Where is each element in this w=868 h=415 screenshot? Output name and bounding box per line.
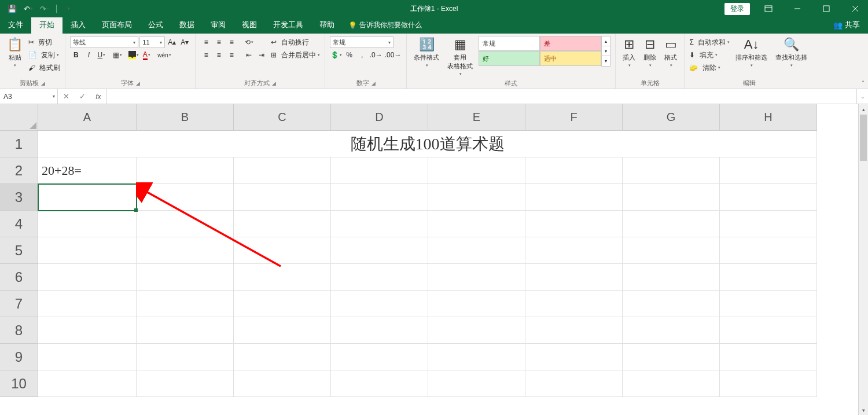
format-table-button[interactable]: ▦套用 表格格式▾ <box>445 36 475 78</box>
cell-H10[interactable] <box>720 370 817 397</box>
style-neutral[interactable]: 适中 <box>540 51 601 66</box>
cell-C6[interactable] <box>234 264 331 291</box>
orientation-icon[interactable]: ⟲▾ <box>243 36 255 48</box>
format-cells-button[interactable]: ▭格式▾ <box>662 36 679 69</box>
dialog-launcher-icon[interactable]: ◢ <box>372 80 376 86</box>
col-header-F[interactable]: F <box>525 104 623 131</box>
italic-button[interactable]: I <box>83 49 94 61</box>
cell-B8[interactable] <box>137 317 234 344</box>
scroll-down-icon[interactable]: ▾ <box>859 405 868 415</box>
tab-file[interactable]: 文件 <box>0 16 31 34</box>
cell-C4[interactable] <box>234 211 331 237</box>
cell-C8[interactable] <box>234 317 331 344</box>
gallery-scroll[interactable]: ▴▾▾ <box>601 36 610 67</box>
expand-formula-bar-icon[interactable]: ⌄ <box>856 89 868 104</box>
row-header-5[interactable]: 5 <box>0 237 38 264</box>
cell-G9[interactable] <box>623 344 720 370</box>
cell-styles-gallery[interactable]: 常规 差 好 适中 <box>479 36 601 67</box>
cell-D3[interactable] <box>331 184 428 211</box>
col-header-H[interactable]: H <box>720 104 817 131</box>
col-header-E[interactable]: E <box>428 104 525 131</box>
decrease-decimal-icon[interactable]: .00→ <box>384 49 402 61</box>
wrap-text-button[interactable]: ↩ 自动换行 <box>271 36 319 49</box>
merge-center-button[interactable]: ⊞ 合并后居中▾ <box>271 49 319 61</box>
col-header-D[interactable]: D <box>331 104 428 131</box>
cell-E2[interactable] <box>428 157 525 184</box>
cell-F3[interactable] <box>525 184 623 211</box>
cell-E8[interactable] <box>428 317 525 344</box>
comma-icon[interactable]: , <box>356 49 368 61</box>
chevron-up-icon[interactable]: ▴ <box>602 36 610 46</box>
cell-C3[interactable] <box>234 184 331 211</box>
cell-E4[interactable] <box>428 211 525 237</box>
cell-H7[interactable] <box>720 291 817 317</box>
cell-G7[interactable] <box>623 291 720 317</box>
tell-me-search[interactable]: 💡 告诉我你想要做什么 <box>343 17 428 34</box>
minimize-icon[interactable] <box>785 0 810 17</box>
border-button[interactable]: ▦▾ <box>112 49 123 61</box>
scroll-up-icon[interactable]: ▴ <box>859 104 868 114</box>
save-icon[interactable]: 💾 <box>5 1 20 16</box>
find-select-button[interactable]: 🔍查找和选择▾ <box>773 36 810 69</box>
cell-H3[interactable] <box>720 184 817 211</box>
decrease-font-icon[interactable]: A▾ <box>179 36 190 48</box>
tab-help[interactable]: 帮助 <box>311 16 343 34</box>
row-header-6[interactable]: 6 <box>0 264 38 291</box>
cell-B3[interactable] <box>137 184 234 211</box>
more-icon[interactable]: ▾ <box>602 56 610 66</box>
cell-G8[interactable] <box>623 317 720 344</box>
number-format-combo[interactable]: 常规▾ <box>330 36 393 48</box>
bold-button[interactable]: B <box>70 49 82 61</box>
cell-H5[interactable] <box>720 237 817 264</box>
row-header-4[interactable]: 4 <box>0 211 38 237</box>
col-header-B[interactable]: B <box>137 104 234 131</box>
cell-G2[interactable] <box>623 157 720 184</box>
phonetic-button[interactable]: wén▾ <box>157 49 171 61</box>
cell-A6[interactable] <box>38 264 137 291</box>
chevron-down-icon[interactable]: ▾ <box>53 94 55 99</box>
cell-H4[interactable] <box>720 211 817 237</box>
sort-filter-button[interactable]: A↓排序和筛选▾ <box>733 36 770 69</box>
cell-F8[interactable] <box>525 317 623 344</box>
cell-C9[interactable] <box>234 344 331 370</box>
undo-icon[interactable]: ↶▾ <box>21 1 36 16</box>
scroll-thumb[interactable] <box>860 115 867 161</box>
cancel-formula-icon[interactable]: ✕ <box>58 92 74 101</box>
close-icon[interactable] <box>843 0 868 17</box>
tab-data[interactable]: 数据 <box>171 16 203 34</box>
chevron-down-icon[interactable]: ▾ <box>602 46 610 56</box>
row-header-9[interactable]: 9 <box>0 344 38 370</box>
clear-button[interactable]: 🧽 清除▾ <box>689 61 730 74</box>
align-top-icon[interactable]: ≡ <box>200 36 212 48</box>
row-header-3[interactable]: 3 <box>0 184 38 211</box>
select-all-corner[interactable] <box>0 104 38 131</box>
tab-formulas[interactable]: 公式 <box>140 16 171 34</box>
decrease-indent-icon[interactable]: ⇤ <box>243 49 255 61</box>
percent-icon[interactable]: % <box>344 49 355 61</box>
cell-G10[interactable] <box>623 370 720 397</box>
cell-F2[interactable] <box>525 157 623 184</box>
cell-D8[interactable] <box>331 317 428 344</box>
cell-D7[interactable] <box>331 291 428 317</box>
formula-input[interactable] <box>107 89 856 104</box>
cell-D10[interactable] <box>331 370 428 397</box>
cell-F9[interactable] <box>525 344 623 370</box>
copy-button[interactable]: 📄 复制▾ <box>28 49 60 61</box>
currency-icon[interactable]: 💲▾ <box>330 49 343 61</box>
cell-B10[interactable] <box>137 370 234 397</box>
format-painter-button[interactable]: 🖌 格式刷 <box>28 61 60 74</box>
cell-F4[interactable] <box>525 211 623 237</box>
align-center-icon[interactable]: ≡ <box>213 49 225 61</box>
row-header-7[interactable]: 7 <box>0 291 38 317</box>
align-bottom-icon[interactable]: ≡ <box>226 36 237 48</box>
increase-font-icon[interactable]: A▴ <box>166 36 178 48</box>
cell-A8[interactable] <box>38 317 137 344</box>
cell-E10[interactable] <box>428 370 525 397</box>
row-header-10[interactable]: 10 <box>0 370 38 397</box>
align-middle-icon[interactable]: ≡ <box>213 36 225 48</box>
cell-B2[interactable] <box>137 157 234 184</box>
tab-layout[interactable]: 页面布局 <box>94 16 140 34</box>
increase-decimal-icon[interactable]: .0→ <box>369 49 383 61</box>
vertical-scrollbar[interactable]: ▴ ▾ <box>858 104 868 415</box>
style-bad[interactable]: 差 <box>540 36 601 51</box>
